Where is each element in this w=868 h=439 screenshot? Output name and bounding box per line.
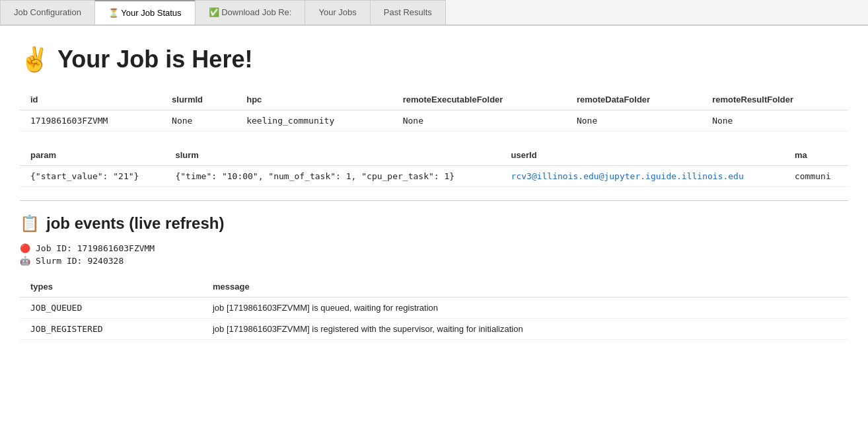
col-ma: ma	[784, 145, 848, 166]
tab-bar: Job Configuration ⏳ Your Job Status ✅ Do…	[0, 0, 868, 26]
tab-job-configuration[interactable]: Job Configuration	[0, 0, 95, 24]
userid-link[interactable]: rcv3@illinois.edu@jupyter.iguide.illinoi…	[511, 171, 744, 181]
detail-table: param slurm userId ma {"start_value": "2…	[20, 145, 848, 187]
detail-table-header-row: param slurm userId ma	[20, 145, 848, 166]
slurm-id-emoji: 🤖	[20, 256, 30, 266]
table-row: {"start_value": "21"} {"time": "10:00", …	[20, 166, 848, 187]
tab-your-job-status-icon: ⏳	[108, 8, 121, 18]
tab-your-job-status[interactable]: ⏳ Your Job Status	[94, 0, 196, 24]
events-table-header-row: types message	[20, 276, 848, 298]
col-remote-data: remoteDataFolder	[566, 89, 702, 110]
table-row: JOB_REGISTERED job [1719861603FZVMM] is …	[20, 319, 848, 340]
tab-download-job-results[interactable]: ✅ Download Job Re:	[195, 0, 306, 24]
event-message-2: job [1719861603FZVMM] is registered with…	[202, 319, 848, 340]
section-divider	[20, 200, 848, 201]
event-type-2: JOB_REGISTERED	[20, 319, 202, 340]
main-content: ✌️ Your Job is Here! id slurmId hpc remo…	[0, 26, 868, 353]
job-id-line: 🔴 Job ID: 1719861603FZVMM	[20, 243, 848, 253]
event-message-1: job [1719861603FZVMM] is queued, waiting…	[202, 298, 848, 319]
col-slurmid: slurmId	[161, 89, 236, 110]
tab-your-job-status-label: Your Job Status	[121, 8, 181, 18]
events-section-title: 📋 job events (live refresh)	[20, 214, 848, 233]
event-type-1: JOB_QUEUED	[20, 298, 202, 319]
cell-remote-data: None	[566, 110, 702, 132]
page-title-emoji: ✌️	[20, 46, 50, 73]
col-id: id	[20, 89, 161, 110]
col-remote-result: remoteResultFolder	[702, 89, 848, 110]
cell-userid: rcv3@illinois.edu@jupyter.iguide.illinoi…	[501, 166, 784, 187]
tab-job-configuration-label: Job Configuration	[14, 7, 81, 17]
job-info-table-header-row: id slurmId hpc remoteExecutableFolder re…	[20, 89, 848, 110]
cell-slurmid: None	[161, 110, 236, 132]
events-table: types message JOB_QUEUED job [1719861603…	[20, 276, 848, 340]
page-title: ✌️ Your Job is Here!	[20, 46, 848, 73]
tab-past-results[interactable]: Past Results	[370, 0, 446, 24]
job-id-emoji: 🔴	[20, 243, 30, 253]
events-title-text: job events (live refresh)	[46, 214, 224, 233]
events-title-emoji: 📋	[20, 214, 40, 233]
col-types: types	[20, 276, 202, 298]
job-info-table: id slurmId hpc remoteExecutableFolder re…	[20, 89, 848, 132]
tab-your-jobs-label: Your Jobs	[318, 7, 356, 17]
col-remote-exec: remoteExecutableFolder	[392, 89, 566, 110]
tab-download-job-results-label: ✅ Download Job Re:	[209, 7, 292, 17]
col-userid: userId	[501, 145, 784, 166]
table-row: 1719861603FZVMM None keeling_community N…	[20, 110, 848, 132]
cell-hpc: keeling_community	[236, 110, 392, 132]
col-param: param	[20, 145, 164, 166]
cell-remote-result: None	[702, 110, 848, 132]
col-hpc: hpc	[236, 89, 392, 110]
slurm-id-line: 🤖 Slurm ID: 9240328	[20, 256, 848, 266]
slurm-id-value: 9240328	[87, 256, 124, 266]
cell-ma: communi	[784, 166, 848, 187]
cell-slurm-config: {"time": "10:00", "num_of_task": 1, "cpu…	[164, 166, 500, 187]
cell-param: {"start_value": "21"}	[20, 166, 164, 187]
slurm-id-label: Slurm ID:	[36, 256, 82, 266]
col-message: message	[202, 276, 848, 298]
job-id-value: 1719861603FZVMM	[77, 243, 155, 253]
job-id-label: Job ID:	[36, 243, 72, 253]
cell-remote-exec: None	[392, 110, 566, 132]
col-slurm: slurm	[164, 145, 500, 166]
table-row: JOB_QUEUED job [1719861603FZVMM] is queu…	[20, 298, 848, 319]
cell-id: 1719861603FZVMM	[20, 110, 161, 132]
page-title-text: Your Job is Here!	[57, 46, 252, 73]
tab-your-jobs[interactable]: Your Jobs	[305, 0, 370, 24]
tab-past-results-label: Past Results	[384, 7, 432, 17]
